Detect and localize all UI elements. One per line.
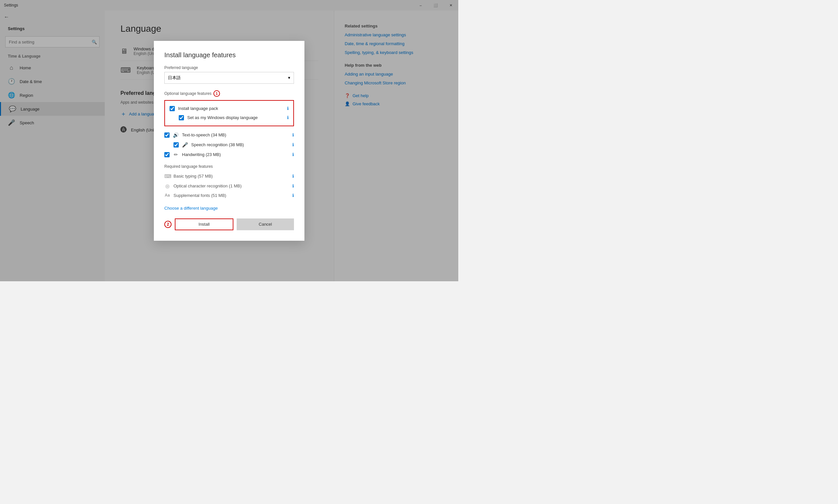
language-dropdown[interactable]: 日本語 ▾ [164,72,294,84]
install-badge: 2 [164,221,172,228]
speech-recognition-checkbox[interactable] [174,142,179,147]
choose-different-language-link[interactable]: Choose a different language [164,206,294,211]
handwriting-label: Handwriting (23 MB) [182,152,289,157]
dropdown-selected-value: 日本語 [168,75,181,81]
text-to-speech-row: 🔊 Text-to-speech (34 MB) ℹ [164,130,294,140]
install-lang-pack-box: Install language pack ℹ Set as my Window… [164,100,294,126]
speech-recognition-row: 🎤 Speech recognition (38 MB) ℹ [164,140,294,150]
install-lang-pack-info-icon[interactable]: ℹ [287,106,289,111]
supp-fonts-icon: Aa [164,193,170,198]
supp-fonts-label: Supplemental fonts (51 MB) [174,193,289,198]
ocr-label: Optical character recognition (1 MB) [174,183,289,188]
install-button[interactable]: Install [175,218,233,230]
ocr-row: ◎ Optical character recognition (1 MB) ℹ [164,181,294,191]
speech-recognition-icon: 🎤 [182,142,188,148]
basic-typing-info-icon[interactable]: ℹ [292,174,294,179]
handwriting-row: ✏ Handwriting (23 MB) ℹ [164,150,294,160]
set-display-lang-row: Set as my Windows display language ℹ [170,113,289,122]
handwriting-icon: ✏ [173,152,179,158]
set-display-lang-checkbox[interactable] [179,115,184,120]
handwriting-info-icon[interactable]: ℹ [292,152,294,157]
dropdown-chevron-icon: ▾ [288,75,290,80]
optional-features-header: Optional language features 1 [164,90,294,97]
ocr-info-icon[interactable]: ℹ [292,183,294,188]
install-lang-pack-checkbox[interactable] [170,106,175,111]
install-lang-pack-row: Install language pack ℹ [170,104,289,113]
modal-title: Install language features [164,51,294,59]
text-to-speech-icon: 🔊 [173,132,179,138]
basic-typing-icon: ⌨ [164,173,170,179]
basic-typing-label: Basic typing (57 MB) [174,174,289,179]
preferred-language-label: Preferred language [164,66,294,70]
install-lang-pack-label: Install language pack [178,106,284,111]
text-to-speech-label: Text-to-speech (34 MB) [182,132,289,137]
optional-features-label-text: Optional language features [164,91,211,96]
supp-fonts-info-icon[interactable]: ℹ [292,193,294,198]
set-display-lang-info-icon[interactable]: ℹ [287,115,289,120]
required-features-section: Required language features ⌨ Basic typin… [164,164,294,200]
modal-footer: 2 Install Cancel [164,218,294,230]
modal-overlay: Install language features Preferred lang… [0,0,458,281]
text-to-speech-checkbox[interactable] [164,132,170,138]
speech-recognition-label: Speech recognition (38 MB) [191,142,289,147]
set-display-lang-label: Set as my Windows display language [187,115,284,120]
optional-badge: 1 [213,90,220,97]
supp-fonts-row: Aa Supplemental fonts (51 MB) ℹ [164,191,294,200]
ocr-icon: ◎ [164,183,170,189]
install-language-modal: Install language features Preferred lang… [154,41,304,241]
text-to-speech-info-icon[interactable]: ℹ [292,132,294,137]
handwriting-checkbox[interactable] [164,152,170,157]
cancel-button[interactable]: Cancel [237,218,294,230]
required-features-header: Required language features [164,164,294,169]
basic-typing-row: ⌨ Basic typing (57 MB) ℹ [164,172,294,181]
speech-recognition-info-icon[interactable]: ℹ [292,142,294,147]
